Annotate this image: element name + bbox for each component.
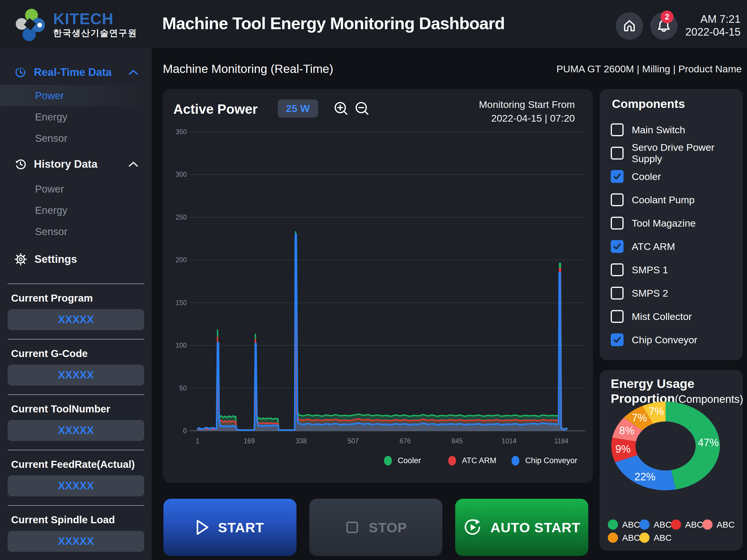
auto-start-icon	[463, 518, 482, 537]
home-icon	[622, 18, 637, 33]
component-row-mist-collector[interactable]: Mist Collector	[600, 305, 743, 328]
svg-text:845: 845	[452, 437, 463, 445]
svg-text:7%: 7%	[632, 412, 647, 424]
component-row-cooler[interactable]: Cooler	[600, 165, 743, 188]
donut-legend-label: ABC	[654, 520, 672, 530]
donut-legend: ABCABCABCABCABCABC	[608, 518, 736, 544]
donut-legend-label: ABC	[685, 520, 703, 530]
svg-text:9%: 9%	[615, 443, 630, 455]
donut-legend-label: ABC	[622, 533, 640, 543]
svg-text:300: 300	[176, 170, 187, 178]
component-row-smps-1[interactable]: SMPS 1	[600, 258, 743, 282]
legend-label: Chip Conveyor	[525, 456, 577, 465]
component-label: Main Switch	[632, 124, 685, 136]
status-field: Current ToolNumberXXXXX	[5, 394, 147, 441]
sidebar-item-label: Settings	[34, 253, 138, 265]
component-row-main-switch[interactable]: Main Switch	[600, 118, 743, 141]
header-date: 2022-04-15	[686, 26, 741, 38]
component-row-tool-magazine[interactable]: Tool Magazine	[600, 211, 743, 235]
checkbox-checked-icon[interactable]	[611, 334, 624, 346]
field-value: XXXXX	[7, 420, 144, 441]
section-title: Machine Monitoring (Real-Time)	[163, 62, 333, 76]
svg-text:338: 338	[295, 437, 307, 445]
zoom-in-button[interactable]	[333, 101, 349, 116]
stop-icon	[344, 520, 360, 535]
realtime-clock-icon	[15, 66, 26, 78]
sidebar-item-realtime-sensor[interactable]: Sensor	[0, 128, 152, 149]
donut-legend-dot	[639, 519, 649, 530]
field-label: Current G-Code	[5, 347, 147, 360]
stop-button[interactable]: STOP	[309, 499, 442, 556]
checkbox-checked-icon[interactable]	[611, 240, 624, 253]
svg-text:47%: 47%	[698, 437, 719, 449]
component-label: Chip Conveyor	[632, 334, 697, 346]
monitoring-start-info: Monitoring Start From 2022-04-15 | 07:20	[479, 98, 575, 125]
donut-legend-item: ABC	[608, 531, 639, 544]
zoom-out-button[interactable]	[354, 101, 370, 116]
svg-text:350: 350	[176, 128, 187, 136]
energy-donut-chart[interactable]: 47%22%9%8%7%7%	[609, 400, 723, 493]
component-label: Mist Collector	[632, 311, 692, 322]
svg-text:169: 169	[243, 437, 255, 445]
donut-legend-item: ABC	[639, 518, 671, 531]
notification-badge: 2	[661, 10, 673, 23]
status-field: Current Spindle LoadXXXXX	[5, 505, 147, 552]
components-title: Components	[612, 97, 685, 111]
legend-item-chip-conveyor[interactable]: Chip Conveyor	[512, 456, 577, 465]
zoom-out-icon	[354, 101, 370, 116]
checkbox-icon[interactable]	[611, 123, 624, 136]
zoom-in-icon	[333, 101, 349, 116]
donut-legend-dot	[702, 519, 713, 530]
sidebar-item-history-energy[interactable]: Energy	[0, 199, 152, 221]
field-label: Current Spindle Load	[5, 513, 147, 526]
component-label: Servo Drive Power Supply	[632, 142, 743, 164]
donut-legend-item: ABC	[639, 531, 671, 544]
checkbox-checked-icon[interactable]	[611, 170, 624, 183]
sidebar-section-label: Real-Time Data	[34, 66, 121, 78]
component-label: Tool Magazine	[632, 218, 696, 229]
active-power-line-chart[interactable]: 0501001502002503003501169338507676845101…	[163, 89, 593, 483]
start-button[interactable]: START	[163, 499, 297, 556]
donut-legend-label: ABC	[622, 520, 640, 530]
legend-label: ATC ARM	[462, 456, 496, 465]
kitech-logo: KITECH 한국생산기술연구원	[14, 7, 137, 42]
sidebar-section-history[interactable]: History Data	[0, 155, 152, 174]
legend-item-cooler[interactable]: Cooler	[384, 456, 421, 465]
svg-text:676: 676	[400, 437, 411, 445]
field-value: XXXXX	[7, 365, 144, 385]
status-field: Current G-CodeXXXXX	[5, 339, 147, 385]
component-row-smps-2[interactable]: SMPS 2	[600, 282, 743, 305]
checkbox-icon[interactable]	[611, 193, 624, 206]
logo-subtitle: 한국생산기술연구원	[53, 27, 137, 39]
notifications-button[interactable]: 2	[650, 12, 677, 40]
auto-start-button[interactable]: AUTO START	[455, 499, 588, 556]
checkbox-icon[interactable]	[611, 310, 624, 323]
sidebar-item-history-power[interactable]: Power	[0, 178, 152, 199]
checkbox-icon[interactable]	[611, 217, 624, 230]
checkbox-icon[interactable]	[611, 287, 624, 299]
kitech-logo-icon	[14, 7, 47, 42]
svg-text:1014: 1014	[501, 437, 516, 445]
component-row-chip-conveyor[interactable]: Chip Conveyor	[600, 328, 743, 351]
sidebar-item-history-sensor[interactable]: Sensor	[0, 221, 152, 242]
component-row-coolant-pump[interactable]: Coolant Pump	[600, 188, 743, 211]
header-time: AM 7:21	[686, 13, 741, 26]
sidebar-section-realtime[interactable]: Real-Time Data	[0, 63, 152, 82]
checkbox-icon[interactable]	[611, 263, 624, 276]
sidebar-item-settings[interactable]: Settings	[0, 250, 152, 269]
home-button[interactable]	[616, 12, 643, 40]
component-row-atc-arm[interactable]: ATC ARM	[600, 235, 743, 258]
sidebar-item-realtime-power[interactable]: Power	[0, 85, 152, 106]
donut-legend-dot	[608, 533, 618, 543]
component-row-servo-drive-power-supply[interactable]: Servo Drive Power Supply	[600, 141, 743, 165]
svg-text:250: 250	[176, 213, 187, 221]
sidebar: Real-Time Data PowerEnergySensor History…	[0, 48, 152, 560]
checkbox-icon[interactable]	[611, 147, 624, 160]
components-panel: Components Main SwitchServo Drive Power …	[600, 89, 743, 360]
component-label: SMPS 1	[632, 264, 668, 276]
legend-item-atc-arm[interactable]: ATC ARM	[448, 456, 496, 465]
component-label: ATC ARM	[632, 241, 675, 252]
sidebar-item-realtime-energy[interactable]: Energy	[0, 106, 152, 128]
logo-title: KITECH	[53, 10, 137, 27]
gear-icon	[15, 253, 27, 265]
